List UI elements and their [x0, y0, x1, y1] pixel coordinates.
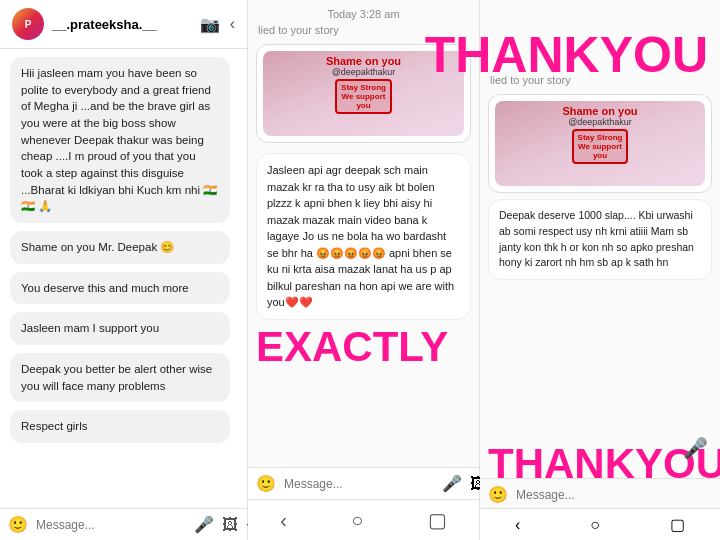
- emoji-icon[interactable]: 🙂: [488, 485, 508, 504]
- shame-text: Shame on you: [326, 55, 401, 67]
- middle-input-row: 🙂 🎤 🖼: [248, 467, 479, 499]
- left-header-user: P __.prateeksha.__: [12, 8, 157, 40]
- right-panel: THANKYOU lied to your story Shame on you…: [480, 0, 720, 540]
- left-input-row: 🙂 🎤 🖼 +: [0, 508, 247, 540]
- emoji-icon[interactable]: 🙂: [8, 515, 28, 534]
- list-item: You deserve this and much more: [10, 272, 230, 305]
- exactly-label: EXACTLY: [248, 326, 479, 368]
- mic-icon[interactable]: 🎤: [194, 515, 214, 534]
- recents-nav-icon[interactable]: ▢: [670, 515, 685, 534]
- message-text: Deepak deserve 1000 slap.... Kbi urwashi…: [499, 209, 694, 268]
- message-input[interactable]: [36, 518, 186, 532]
- middle-message-bubble: Jasleen api agr deepak sch main mazak kr…: [256, 153, 471, 320]
- avatar-initials: P: [25, 19, 32, 30]
- right-story-block: Shame on you @deepakthakur Stay StrongWe…: [488, 94, 712, 193]
- home-nav-icon[interactable]: ○: [351, 509, 363, 532]
- header-icons: 📷 ‹: [200, 15, 235, 34]
- message-text: Jasleen mam I support you: [21, 322, 159, 334]
- shame-text: Shame on you: [562, 105, 637, 117]
- message-text: Shame on you Mr. Deepak 😊: [21, 241, 174, 253]
- overlay-text: Stay StrongWe supportyou: [335, 79, 392, 114]
- message-text: You deserve this and much more: [21, 282, 189, 294]
- right-top-spacer: lied to your story Shame on you @deepakt…: [480, 70, 720, 286]
- list-item: Shame on you Mr. Deepak 😊: [10, 231, 230, 264]
- timestamp-label: Today 3:28 am: [248, 0, 479, 24]
- list-item: Respect girls: [10, 410, 230, 443]
- right-message-bubble: Deepak deserve 1000 slap.... Kbi urwashi…: [488, 199, 712, 280]
- audio-mic-icon[interactable]: 🎤: [683, 436, 708, 460]
- recents-nav-icon[interactable]: ▢: [428, 508, 447, 532]
- left-message-list: Hii jasleen mam you have been so polite …: [0, 49, 247, 508]
- thankyou-top-label: THANKYOU: [419, 30, 714, 80]
- message-text: Hii jasleen mam you have been so polite …: [21, 67, 217, 212]
- right-input-row: 🙂: [480, 478, 720, 510]
- message-text: Deepak you better be alert other wise yo…: [21, 363, 212, 392]
- right-nav-bar: ‹ ○ ▢: [480, 508, 720, 540]
- message-input[interactable]: [284, 477, 434, 491]
- list-item: Deepak you better be alert other wise yo…: [10, 353, 230, 402]
- left-panel: P __.prateeksha.__ 📷 ‹ Hii jasleen mam y…: [0, 0, 248, 540]
- message-text: Respect girls: [21, 420, 87, 432]
- avatar: P: [12, 8, 44, 40]
- user-tag: @deepakthakur: [332, 67, 396, 77]
- home-nav-icon[interactable]: ○: [590, 516, 600, 534]
- message-text: Jasleen api agr deepak sch main mazak kr…: [267, 164, 454, 308]
- image-icon[interactable]: 🖼: [222, 516, 238, 534]
- message-input[interactable]: [516, 488, 712, 502]
- mic-icon[interactable]: 🎤: [442, 474, 462, 493]
- hands-emoji: 🙏: [38, 200, 52, 212]
- phone-icon[interactable]: ‹: [230, 15, 235, 34]
- nav-bar: ‹ ○ ▢: [248, 499, 479, 540]
- emoji-icon[interactable]: 🙂: [256, 474, 276, 493]
- list-item: Hii jasleen mam you have been so polite …: [10, 57, 230, 223]
- left-header: P __.prateeksha.__ 📷 ‹: [0, 0, 247, 49]
- overlay-text: Stay StrongWe supportyou: [572, 129, 629, 164]
- camera-icon[interactable]: 📷: [200, 15, 220, 34]
- right-story-image: Shame on you @deepakthakur Stay StrongWe…: [495, 101, 705, 186]
- list-item: Jasleen mam I support you: [10, 312, 230, 345]
- username-label: __.prateeksha.__: [52, 17, 157, 32]
- back-nav-icon[interactable]: ‹: [515, 516, 520, 534]
- user-tag: @deepakthakur: [568, 117, 632, 127]
- back-nav-icon[interactable]: ‹: [280, 509, 287, 532]
